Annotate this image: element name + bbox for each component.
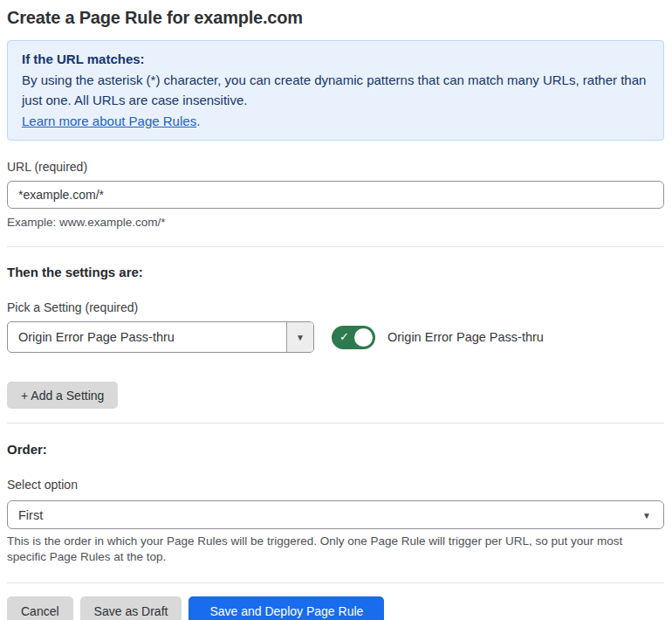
link-period: . [196,114,200,128]
cancel-button[interactable]: Cancel [7,596,73,620]
settings-section-heading: Then the settings are: [7,265,664,280]
url-input[interactable] [7,181,664,209]
divider [7,246,664,247]
setting-row: Origin Error Page Pass-thru ▼ ✓ Origin E… [7,321,664,353]
url-helper-text: Example: www.example.com/* [7,215,664,231]
url-label: URL (required) [7,159,664,175]
save-draft-button[interactable]: Save as Draft [80,596,182,620]
toggle-knob [354,328,373,347]
divider [7,582,664,583]
setting-toggle-label: Origin Error Page Pass-thru [387,330,544,344]
chevron-down-icon: ▼ [296,333,305,342]
page-title: Create a Page Rule for example.com [7,7,664,28]
setting-dropdown-value: Origin Error Page Pass-thru [8,322,286,352]
order-select[interactable]: First [7,500,664,529]
order-select-wrap: First ▼ [7,500,664,529]
url-match-info-box: If the URL matches: By using the asteris… [7,40,664,141]
order-section-heading: Order: [7,442,664,458]
info-box-body: By using the asterisk (*) character, you… [22,70,649,111]
check-icon: ✓ [339,330,349,343]
info-box-link-line: Learn more about Page Rules. [22,111,649,132]
select-option-label: Select option [7,477,664,493]
page-rule-form: Create a Page Rule for example.com If th… [0,0,672,620]
add-setting-button[interactable]: + Add a Setting [7,382,118,409]
order-helper-text: This is the order in which your Page Rul… [7,534,657,564]
setting-dropdown[interactable]: Origin Error Page Pass-thru ▼ [7,321,314,353]
pick-setting-label: Pick a Setting (required) [7,300,664,315]
setting-toggle[interactable]: ✓ [332,326,375,349]
info-box-heading: If the URL matches: [22,49,649,70]
footer-actions: Cancel Save as Draft Save and Deploy Pag… [7,596,664,620]
setting-dropdown-button[interactable]: ▼ [286,322,313,352]
save-deploy-button[interactable]: Save and Deploy Page Rule [189,596,384,620]
learn-more-link[interactable]: Learn more about Page Rules [22,114,196,128]
divider [7,423,664,424]
